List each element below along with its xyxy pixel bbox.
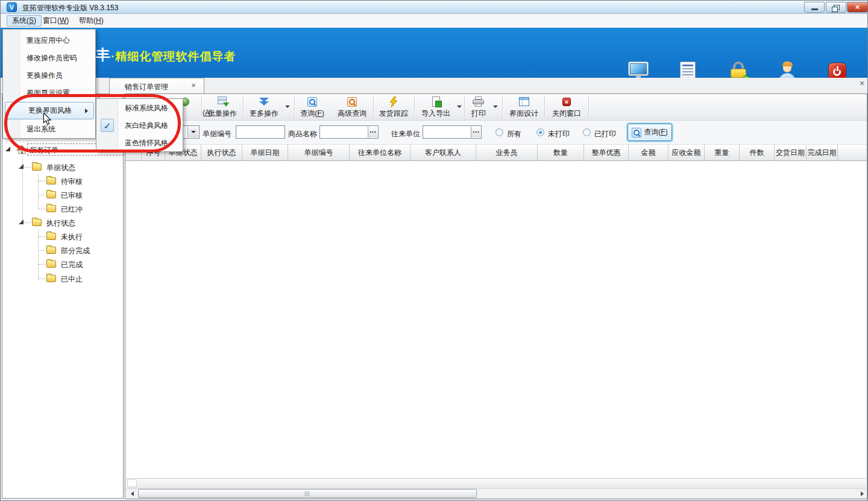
tree-expander-icon[interactable]: [19, 164, 24, 169]
tree-item-completed[interactable]: 已完成: [61, 259, 83, 271]
tree-expander-icon[interactable]: [19, 219, 24, 224]
toolbar-button-ui-design[interactable]: 界面设计: [506, 95, 542, 119]
more-ops-dropdown-arrow-icon[interactable]: [285, 106, 290, 108]
tree-connector: [38, 209, 45, 209]
radio-unprinted[interactable]: [536, 128, 544, 136]
combobox-dropdown-icon[interactable]: [187, 127, 198, 137]
toolbar-button-print[interactable]: 打印: [467, 95, 491, 119]
radio-printed-label: 已打印: [594, 129, 616, 139]
partner-lookup-ellipsis-button[interactable]: …: [471, 127, 480, 137]
double-chevron-down-icon: [259, 98, 269, 106]
column-header[interactable]: 金额: [629, 145, 668, 160]
toolbar-separator: [294, 96, 295, 117]
tree-item-terminated[interactable]: 已中止: [61, 274, 83, 285]
print-dropdown-arrow-icon[interactable]: [493, 106, 498, 108]
tree-item-partially-done[interactable]: 部分完成: [61, 245, 90, 257]
folder-icon: [46, 191, 56, 198]
toolbar-button-close-window[interactable]: × 关闭窗口: [549, 95, 585, 119]
application-window: V 亚拓管理软件专业版 V8.3.153 × 系统(S) 窗口(W) 帮助(H)…: [0, 0, 868, 501]
tab-close-icon[interactable]: ×: [189, 81, 198, 90]
folder-icon: [32, 219, 42, 226]
app-logo-icon: V: [7, 2, 17, 12]
toolbar-separator: [373, 96, 374, 117]
tree-connector: [38, 181, 45, 181]
product-name-label: 商品名称: [288, 129, 317, 139]
column-header[interactable]: 单据日期: [242, 145, 288, 160]
menu-help[interactable]: 帮助(H): [74, 15, 108, 27]
import-export-dropdown-arrow-icon[interactable]: [457, 106, 462, 108]
grid-footer-cell: [127, 479, 137, 487]
radio-all-label: 所有: [507, 129, 521, 139]
tabstrip-close-icon[interactable]: ×: [857, 79, 867, 89]
menu-item-reconnect-center[interactable]: 重连应用中心: [4, 32, 95, 49]
menu-bar: 系统(S) 窗口(W) 帮助(H): [1, 14, 868, 28]
partner-label: 往来单位: [391, 129, 420, 139]
column-header[interactable]: 往来单位名称: [350, 145, 410, 160]
column-header[interactable]: 重量: [705, 145, 740, 160]
folder-icon: [46, 260, 56, 268]
scrollbar-thumb[interactable]: [138, 489, 477, 498]
menu-window[interactable]: 窗口(W): [38, 15, 74, 27]
toolbar-button-more-ops[interactable]: 更多操作: [245, 95, 283, 119]
toolbar-button-import-export[interactable]: 导入导出: [418, 95, 454, 119]
product-lookup-ellipsis-button[interactable]: …: [368, 127, 377, 137]
grid-footer-strip: [126, 478, 866, 488]
toolbar-separator: [588, 96, 590, 117]
tree-group-doc-status[interactable]: 单据状态: [46, 162, 75, 174]
radio-printed[interactable]: [583, 128, 591, 136]
tree-connector: [38, 264, 45, 265]
toolbar-button-batch-ops[interactable]: 批量操作: [204, 95, 241, 119]
menu-system[interactable]: 系统(S): [7, 15, 42, 27]
batch-docs-icon: [217, 96, 228, 107]
toolbar-button-query[interactable]: 查询(F): [297, 95, 328, 119]
menu-item-change-password[interactable]: 修改操作员密码: [4, 49, 95, 67]
search-icon: [632, 128, 641, 137]
restore-button[interactable]: [826, 2, 846, 13]
tree-expander-icon[interactable]: [5, 147, 10, 151]
column-header[interactable]: 应收金额: [668, 145, 705, 160]
tree-group-exec-status[interactable]: 执行状态: [46, 218, 75, 229]
doc-no-input[interactable]: [236, 125, 285, 139]
partner-input[interactable]: …: [423, 125, 482, 139]
tree-item-not-executed[interactable]: 未执行: [61, 232, 83, 243]
close-window-icon: ×: [562, 98, 571, 106]
tree-connector: [38, 174, 39, 209]
folder-icon: [32, 163, 42, 171]
printer-icon: [472, 96, 485, 107]
product-name-input[interactable]: …: [319, 125, 379, 139]
mouse-cursor-icon: [43, 113, 52, 125]
minimize-button[interactable]: [804, 2, 825, 13]
column-header[interactable]: 单据编号: [288, 145, 350, 160]
window-title: 亚拓管理软件专业版 V8.3.153: [22, 3, 118, 13]
folder-icon: [46, 177, 56, 184]
tree-item-reversed[interactable]: 已红冲: [61, 204, 83, 215]
toolbar-button-shipment-tracking[interactable]: 发货跟踪: [376, 95, 412, 119]
tree-connector: [38, 230, 39, 279]
menu-item-switch-operator[interactable]: 更换操作员: [4, 67, 95, 84]
scroll-right-arrow-icon[interactable]: [857, 489, 867, 498]
window-design-icon: [519, 97, 529, 106]
column-header[interactable]: 交货日期: [775, 145, 807, 160]
query-button[interactable]: 查询(F): [627, 124, 672, 141]
tab-title: 销售订单管理: [125, 82, 168, 92]
close-button[interactable]: ×: [847, 2, 868, 13]
column-header[interactable]: 执行状态: [201, 145, 242, 160]
tree-connector: [38, 250, 45, 251]
column-header[interactable]: 件数: [740, 145, 775, 160]
red-highlight-annotation: [4, 94, 181, 153]
import-export-icon: [432, 96, 440, 107]
column-header[interactable]: 完成日期: [807, 145, 838, 160]
scroll-left-arrow-icon[interactable]: [128, 489, 137, 498]
column-header[interactable]: 业务员: [476, 145, 538, 160]
radio-all[interactable]: [495, 128, 503, 136]
search-icon: [307, 97, 317, 107]
tree-item-pending-audit[interactable]: 待审核: [61, 176, 83, 187]
column-header[interactable]: 整单优惠: [584, 145, 629, 160]
column-header[interactable]: 客户联系人: [410, 145, 476, 160]
title-bar: V 亚拓管理软件专业版 V8.3.153 ×: [1, 1, 868, 14]
column-header[interactable]: 数量: [538, 145, 584, 160]
toolbar-button-advanced-query[interactable]: 高级查询: [333, 95, 371, 119]
tab-sales-order[interactable]: 销售订单管理 ×: [109, 78, 204, 94]
tree-item-audited[interactable]: 已审核: [61, 190, 83, 201]
minimize-icon: [811, 8, 818, 10]
